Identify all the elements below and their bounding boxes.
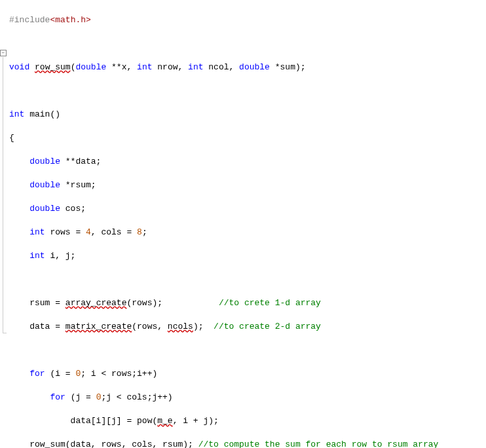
code-line [9, 274, 486, 286]
code-line: data[i][j] = pow(m_e, i + j); [9, 415, 486, 427]
code-line: int rows = 4, cols = 8; [9, 227, 486, 238]
code-editor: − #include<math.h> void row_sum(double *… [0, 0, 486, 448]
fold-icon[interactable]: − [0, 50, 7, 56]
fold-end [3, 333, 7, 333]
code-line: double **data; [9, 156, 486, 168]
code-line [9, 38, 486, 50]
code-line: void row_sum(double **x, int nrow, int n… [9, 62, 486, 73]
code-line: double *rsum; [9, 179, 486, 191]
code-line: row_sum(data, rows, cols, rsum); //to co… [9, 439, 486, 448]
fold-gutter: − [0, 0, 8, 448]
code-line: double cos; [9, 203, 486, 215]
code-line: int i, j; [9, 250, 486, 262]
fold-bar [3, 57, 3, 333]
code-line [9, 345, 486, 356]
code-line: { [9, 132, 486, 144]
code-line: #include<math.h> [9, 14, 486, 26]
code-content: #include<math.h> void row_sum(double **x… [9, 3, 486, 448]
code-line: int main() [9, 109, 486, 121]
code-line: data = matrix_create(rows, ncols); //to … [9, 321, 486, 333]
code-line: rsum = array_create(rows); //to crete 1-… [9, 297, 486, 309]
code-line: for (j = 0;j < cols;j++) [9, 392, 486, 403]
code-line: for (i = 0; i < rows;i++) [9, 368, 486, 380]
code-line [9, 85, 486, 97]
